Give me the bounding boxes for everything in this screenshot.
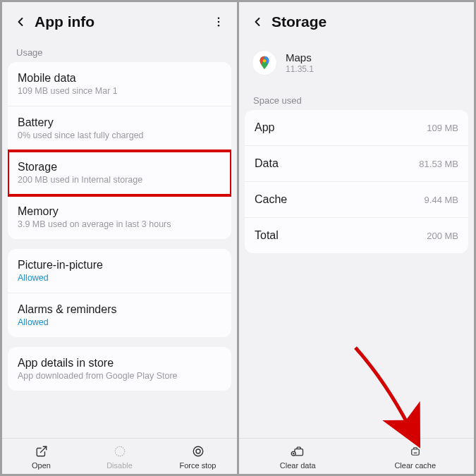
more-button[interactable] (210, 13, 227, 30)
row-subtitle: App downloaded from Google Play Store (18, 371, 221, 381)
kv-key: Data (255, 157, 279, 170)
row-title: Battery (18, 116, 221, 129)
app-name: Maps (286, 51, 314, 63)
kv-key: Total (255, 229, 279, 242)
kv-data: Data 81.53 MB (245, 146, 468, 182)
clear-cache-button[interactable]: Clear cache (357, 444, 475, 470)
more-vertical-icon (212, 16, 225, 28)
space-card: App 109 MB Data 81.53 MB Cache 9.44 MB T… (245, 110, 468, 253)
row-title: Mobile data (18, 72, 221, 85)
clear-data-icon (291, 445, 305, 458)
disable-icon (114, 445, 126, 458)
row-app-details[interactable]: App details in store App downloaded from… (8, 347, 231, 391)
row-pip[interactable]: Picture-in-picture Allowed (8, 249, 231, 293)
header: Storage (239, 2, 474, 40)
svg-point-6 (196, 449, 200, 453)
kv-key: Cache (255, 193, 287, 206)
row-title: Alarms & reminders (18, 303, 221, 316)
kv-app: App 109 MB (245, 110, 468, 146)
kv-cache: Cache 9.44 MB (245, 182, 468, 218)
storage-screen: Storage Maps 11.35.1 Space used App 109 … (239, 2, 474, 474)
svg-point-2 (218, 25, 220, 27)
chevron-left-icon (13, 15, 28, 29)
svg-point-0 (218, 17, 220, 19)
back-button[interactable] (249, 13, 266, 30)
row-subtitle: Allowed (18, 317, 221, 327)
page-title: App info (35, 13, 210, 30)
kv-value: 81.53 MB (419, 159, 458, 169)
row-subtitle: 0% used since last fully charged (18, 130, 221, 140)
row-memory[interactable]: Memory 3.9 MB used on average in last 3 … (8, 195, 231, 239)
store-card: App details in store App downloaded from… (8, 347, 231, 391)
section-label-space: Space used (239, 88, 474, 110)
svg-point-5 (193, 446, 203, 456)
open-button[interactable]: Open (2, 444, 80, 470)
svg-rect-10 (412, 449, 420, 455)
row-battery[interactable]: Battery 0% used since last fully charged (8, 106, 231, 151)
clear-data-button[interactable]: Clear data (239, 444, 357, 470)
kv-key: App (255, 121, 274, 134)
app-icon (252, 50, 277, 75)
bottom-bar: Clear data Clear cache (239, 438, 474, 474)
disable-button[interactable]: Disable (80, 444, 159, 470)
row-title: Memory (18, 205, 221, 218)
app-info-screen: App info Usage Mobile data 109 MB used s… (2, 2, 237, 474)
usage-card: Mobile data 109 MB used since Mar 1 Batt… (8, 62, 231, 239)
app-info-block: Maps 11.35.1 (239, 40, 474, 88)
button-label: Open (32, 461, 51, 470)
app-meta: Maps 11.35.1 (286, 51, 314, 74)
row-subtitle: 109 MB used since Mar 1 (18, 86, 221, 96)
section-label-usage: Usage (2, 40, 237, 62)
row-mobile-data[interactable]: Mobile data 109 MB used since Mar 1 (8, 62, 231, 106)
row-title: Picture-in-picture (18, 259, 221, 271)
back-button[interactable] (12, 13, 29, 30)
force-stop-icon (192, 445, 205, 458)
page-title: Storage (271, 13, 464, 30)
kv-value: 109 MB (427, 123, 458, 133)
button-label: Force stop (180, 461, 216, 470)
open-icon (35, 445, 48, 458)
kv-value: 200 MB (427, 231, 458, 241)
row-subtitle: 200 MB used in Internal storage (18, 175, 221, 185)
maps-icon (257, 55, 272, 71)
svg-point-4 (115, 446, 125, 456)
annotation-arrow-icon (345, 341, 444, 453)
row-subtitle: Allowed (18, 273, 221, 283)
svg-line-3 (40, 446, 46, 452)
row-title: App details in store (18, 357, 221, 370)
svg-point-1 (218, 21, 220, 23)
row-alarms[interactable]: Alarms & reminders Allowed (8, 293, 231, 337)
kv-value: 9.44 MB (425, 195, 458, 205)
bottom-bar: Open Disable Force stop (2, 438, 237, 474)
svg-point-7 (263, 59, 267, 63)
header: App info (2, 2, 237, 40)
button-label: Clear cache (394, 461, 436, 470)
row-title: Storage (18, 161, 221, 173)
permissions-card: Picture-in-picture Allowed Alarms & remi… (8, 249, 231, 337)
button-label: Disable (106, 461, 133, 470)
chevron-left-icon (250, 15, 264, 29)
button-label: Clear data (280, 461, 316, 470)
svg-rect-8 (295, 449, 303, 456)
app-version: 11.35.1 (286, 64, 314, 74)
row-subtitle: 3.9 MB used on average in last 3 hours (18, 219, 221, 229)
row-storage[interactable]: Storage 200 MB used in Internal storage (8, 151, 231, 195)
clear-cache-icon (409, 445, 422, 458)
kv-total: Total 200 MB (245, 218, 468, 253)
force-stop-button[interactable]: Force stop (159, 444, 237, 470)
